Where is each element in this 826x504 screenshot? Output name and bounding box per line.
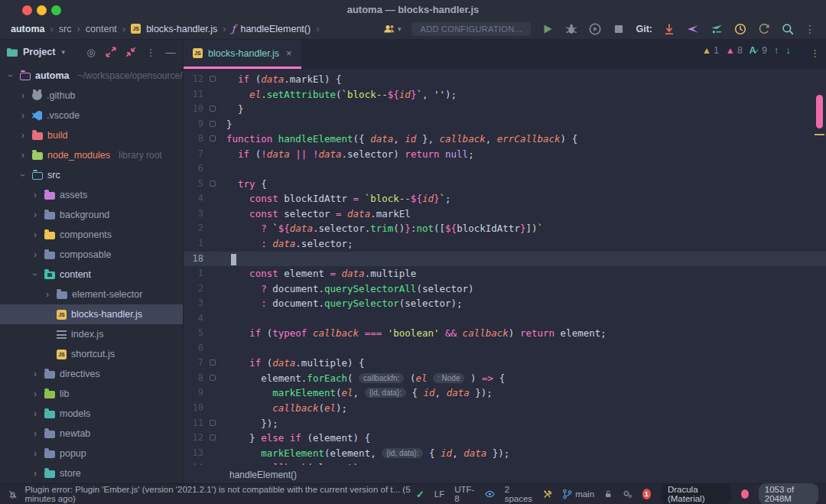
- chevron-collapsed-icon[interactable]: ›: [31, 190, 40, 200]
- fold-region-icon[interactable]: [210, 359, 216, 366]
- tree-item-shortcut-js[interactable]: JSshortcut.js: [0, 344, 183, 364]
- fold-end-icon[interactable]: [210, 121, 216, 127]
- tree-item-components[interactable]: ›components: [0, 225, 183, 245]
- code-line[interactable]: 8function handleElement({ data, id }, ca…: [184, 132, 826, 147]
- git-push-icon[interactable]: [686, 22, 700, 36]
- memory-indicator[interactable]: 1053 of 2048M: [759, 483, 818, 504]
- typos-indicator[interactable]: A✓ 9: [750, 45, 767, 56]
- chevron-collapsed-icon[interactable]: ›: [31, 229, 40, 240]
- history-icon[interactable]: [733, 22, 747, 36]
- git-branch-widget[interactable]: main: [562, 489, 594, 499]
- chevron-collapsed-icon[interactable]: ›: [18, 150, 28, 161]
- fold-region-icon[interactable]: [210, 135, 216, 141]
- code-with-me-button[interactable]: ▾: [382, 22, 402, 36]
- tree-item-node-modules[interactable]: ›node_moduleslibrary root: [0, 145, 183, 165]
- tab-options-icon[interactable]: ⋮: [810, 47, 820, 59]
- reader-mode-eye-icon[interactable]: [485, 489, 495, 499]
- kebab-menu-icon[interactable]: ⋮: [805, 23, 815, 35]
- tree-item-background[interactable]: ›background: [0, 205, 183, 225]
- breadcrumb-project[interactable]: automa: [11, 24, 44, 34]
- chevron-expanded-icon[interactable]: ›: [30, 270, 41, 279]
- code-line[interactable]: 2 ? `${data.selector.trim()}:not([${bloc…: [184, 221, 826, 236]
- chevron-collapsed-icon[interactable]: ›: [31, 210, 40, 220]
- scrollbar-thumb[interactable]: [816, 95, 823, 128]
- prettier-check-icon[interactable]: ✓: [416, 489, 424, 500]
- code-line[interactable]: 5 if (typeof callback === 'boolean' && c…: [184, 326, 826, 341]
- breadcrumb-function[interactable]: handleElement(): [229, 470, 297, 480]
- rollback-icon[interactable]: [757, 22, 771, 36]
- chevron-collapsed-icon[interactable]: ›: [18, 130, 28, 141]
- warnings-indicator[interactable]: ▲ 1: [702, 45, 719, 56]
- tree-item-assets[interactable]: ›assets: [0, 185, 183, 205]
- notifications-muted-icon[interactable]: [8, 489, 18, 500]
- tree-item-content[interactable]: ›content: [0, 265, 183, 285]
- build-tools-icon[interactable]: [543, 489, 552, 500]
- error-count-badge[interactable]: 1: [642, 489, 651, 499]
- fold-region-icon[interactable]: [210, 76, 216, 82]
- code-line[interactable]: 3 : document.querySelector(selector);: [184, 296, 826, 311]
- line-ending-indicator[interactable]: LF: [434, 489, 444, 499]
- tree-item-automa[interactable]: ›automa~/workspace/opensource/: [0, 66, 183, 86]
- breadcrumb-file[interactable]: blocks-handler.js: [146, 24, 217, 34]
- tree-item-src[interactable]: ›src: [0, 165, 183, 185]
- collapse-all-icon[interactable]: [125, 46, 137, 58]
- fold-end-icon[interactable]: [210, 420, 216, 426]
- kebab-menu-icon[interactable]: ⋮: [145, 46, 157, 58]
- chevron-collapsed-icon[interactable]: ›: [31, 428, 40, 439]
- close-tab-icon[interactable]: ×: [286, 47, 292, 59]
- panel-title[interactable]: Project: [23, 47, 55, 57]
- tree-item-composable[interactable]: ›composable: [0, 245, 183, 265]
- code-line[interactable]: 1 : data.selector;: [184, 236, 826, 252]
- tree-item--vscode[interactable]: ›.vscode: [0, 106, 183, 125]
- chevron-expanded-icon[interactable]: ›: [5, 71, 16, 80]
- chevron-expanded-icon[interactable]: ›: [18, 171, 28, 180]
- chevron-collapsed-icon[interactable]: ›: [31, 249, 40, 260]
- tree-item-newtab[interactable]: ›newtab: [0, 424, 183, 444]
- code-line[interactable]: 9 markElement(el, {id, data}: { id, data…: [184, 385, 826, 401]
- indent-indicator[interactable]: 2 spaces: [505, 485, 533, 503]
- lock-icon[interactable]: [604, 489, 613, 499]
- git-commit-push-icon[interactable]: [710, 22, 724, 36]
- next-problem-icon[interactable]: ↓: [786, 44, 792, 56]
- stop-button[interactable]: [612, 22, 626, 36]
- tree-item-blocks-handler-js[interactable]: JSblocks-handler.js: [0, 304, 183, 324]
- code-line[interactable]: 11 el.setAttribute(`block--${id}`, '');: [184, 87, 826, 102]
- code-line[interactable]: 5 try {: [184, 177, 826, 192]
- tree-item-directives[interactable]: ›directives: [0, 364, 183, 384]
- chevron-collapsed-icon[interactable]: ›: [31, 408, 40, 419]
- errors-indicator[interactable]: ▲ 8: [726, 45, 743, 56]
- code-line[interactable]: 6: [184, 341, 826, 356]
- search-icon[interactable]: [781, 22, 795, 36]
- tree-item--github[interactable]: ›.github: [0, 86, 183, 106]
- tree-item-lib[interactable]: ›lib: [0, 384, 183, 404]
- expand-all-icon[interactable]: [105, 46, 117, 58]
- fold-region-icon[interactable]: [210, 434, 216, 441]
- chevron-down-icon[interactable]: ▾: [61, 48, 65, 56]
- git-update-icon[interactable]: [662, 22, 676, 36]
- encoding-indicator[interactable]: UTF-8: [454, 485, 474, 503]
- breadcrumb-content[interactable]: content: [86, 24, 117, 34]
- add-configuration-button[interactable]: ADD CONFIGURATION...: [411, 22, 532, 36]
- status-message[interactable]: Plugin error: Plugin 'Ember.js' (version…: [24, 485, 416, 503]
- chevron-collapsed-icon[interactable]: ›: [43, 289, 52, 300]
- code-line[interactable]: 12 if (data.markEl) {: [184, 72, 826, 87]
- code-line[interactable]: 11 });: [184, 416, 826, 431]
- code-line[interactable]: 3 const selector = data.markEl: [184, 206, 826, 222]
- tree-item-build[interactable]: ›build: [0, 125, 183, 145]
- fold-region-icon[interactable]: [210, 375, 216, 381]
- debug-button[interactable]: [564, 22, 578, 36]
- chevron-collapsed-icon[interactable]: ›: [31, 369, 40, 379]
- code-line[interactable]: 8 element.forEach( callbackfn: (el : Nod…: [184, 371, 826, 386]
- settings-gears-icon[interactable]: [623, 489, 633, 499]
- code-line[interactable]: 12 } else if (element) {: [184, 431, 826, 446]
- run-with-coverage-button[interactable]: [588, 22, 602, 36]
- tree-item-element-selector[interactable]: ›element-selector: [0, 285, 183, 304]
- chevron-collapsed-icon[interactable]: ›: [18, 110, 28, 121]
- fold-region-icon[interactable]: [210, 180, 216, 187]
- code-line[interactable]: 4: [184, 311, 826, 327]
- breadcrumb-function[interactable]: handleElement(): [240, 24, 311, 34]
- chevron-collapsed-icon[interactable]: ›: [31, 448, 40, 459]
- chevron-collapsed-icon[interactable]: ›: [31, 468, 40, 479]
- code-line[interactable]: 6: [184, 161, 826, 177]
- code-line[interactable]: 9}: [184, 117, 826, 132]
